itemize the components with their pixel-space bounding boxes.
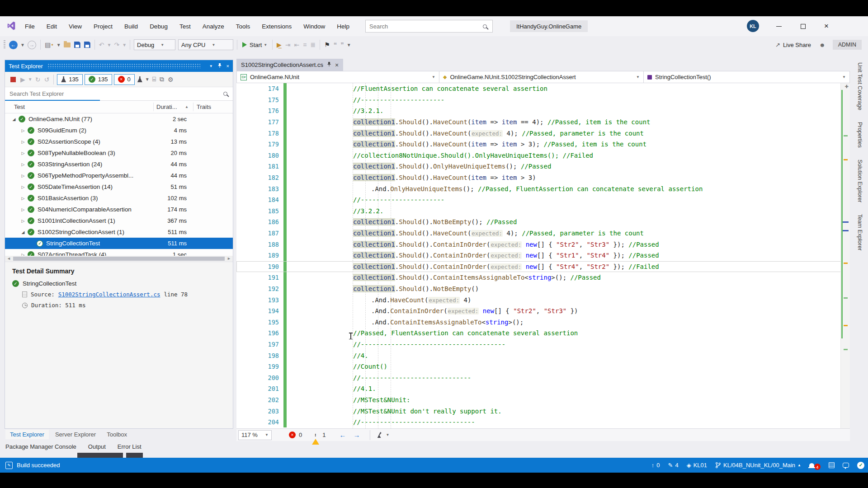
collapse-icon[interactable]: ◢ xyxy=(20,230,26,235)
failed-tests-filter[interactable]: ×0 xyxy=(114,74,135,85)
menu-view[interactable]: View xyxy=(63,23,88,30)
toolbar-options-dropdown[interactable]: ▼ xyxy=(347,42,351,47)
bookmark-icon[interactable]: ⚑ xyxy=(324,41,330,48)
solution-configuration-dropdown[interactable]: Debug▼ xyxy=(134,39,175,50)
pin-icon[interactable] xyxy=(217,63,222,69)
bottom-tab-package-manager-console[interactable]: Package Manager Console xyxy=(5,443,76,450)
menu-tools[interactable]: Tools xyxy=(230,23,256,30)
navigate-forward-icon[interactable]: → xyxy=(28,41,36,49)
code-line-184[interactable]: 184//---------------------- xyxy=(236,194,850,206)
warnings-icon[interactable] xyxy=(312,432,319,438)
playlist-icon[interactable] xyxy=(137,76,142,82)
code-line-202[interactable]: 202//MSTest&NUnit: xyxy=(236,394,850,406)
cancel-run-icon[interactable]: ↺ xyxy=(44,76,49,83)
code-line-192[interactable]: 192collection1.Should().NotBeEmpty() xyxy=(236,283,850,295)
code-editor[interactable]: 174//FluentAssertion can concatenate sev… xyxy=(236,83,850,429)
zoom-level-dropdown[interactable]: 117 %▼ xyxy=(238,430,272,440)
code-line-196[interactable]: 196//Passed, FluentAssertion can concate… xyxy=(236,328,850,339)
stop-tests-icon[interactable] xyxy=(10,77,16,82)
code-line-175[interactable]: 175//---------------------- xyxy=(236,94,850,106)
maximize-button[interactable] xyxy=(793,16,813,36)
expand-icon[interactable]: ▷ xyxy=(20,207,26,212)
playlist-dropdown[interactable]: ▼ xyxy=(145,77,150,82)
test-row-s1002stringcollectionassert[interactable]: ◢✓S1002StringCollectionAssert (1)511 ms xyxy=(5,226,233,238)
code-line-204[interactable]: 204//------------------------------ xyxy=(236,417,850,428)
notifications-bell[interactable]: 4 xyxy=(809,460,821,470)
live-share-icon[interactable]: ↗ xyxy=(775,42,780,48)
undo-icon[interactable]: ↶ xyxy=(99,41,104,48)
tab-s1002stringcollectionassert[interactable]: S1002StringCollectionAssert.cs × xyxy=(236,59,343,71)
code-line-174[interactable]: 174//FluentAssertion can concatenate sev… xyxy=(236,83,850,94)
comment-icon[interactable]: ❝ xyxy=(334,41,337,48)
tab-pin-icon[interactable] xyxy=(327,61,331,68)
test-search-icon[interactable] xyxy=(223,92,227,96)
code-line-200[interactable]: 200//----------------------------- xyxy=(236,372,850,383)
column-duration[interactable]: Durati... xyxy=(156,103,177,110)
warning-count[interactable]: 1 xyxy=(322,432,326,438)
test-row-s1001intcollectionassert[interactable]: ▷✓S1001IntCollectionAssert (1)367 ms xyxy=(5,215,233,226)
expand-icon[interactable]: ▷ xyxy=(20,253,26,256)
pending-edits[interactable]: ✎4 xyxy=(668,462,679,469)
tab-close-icon[interactable]: × xyxy=(335,61,339,69)
code-line-181[interactable]: 181collection1.Should().OnlyHaveUniqueIt… xyxy=(236,161,850,172)
menu-extensions[interactable]: Extensions xyxy=(256,23,297,30)
close-panel-icon[interactable]: × xyxy=(226,63,229,69)
menu-edit[interactable]: Edit xyxy=(41,23,63,30)
code-line-182[interactable]: 182collection1.Should().HaveCount(item =… xyxy=(236,172,850,183)
chat-icon[interactable] xyxy=(843,463,849,468)
feedback-icon[interactable]: ☻ xyxy=(819,42,826,48)
settings-gear-icon[interactable]: ⚙ xyxy=(168,76,174,83)
feedback-note-icon[interactable] xyxy=(829,462,835,468)
expand-icon[interactable]: ▷ xyxy=(20,140,26,144)
navigate-back-dropdown[interactable]: ▼ xyxy=(20,42,25,47)
start-debug-button[interactable]: Start ▼ xyxy=(242,42,267,48)
admin-button[interactable]: ADMIN xyxy=(833,40,862,50)
expand-icon[interactable]: ▷ xyxy=(20,162,26,167)
scroll-right-icon[interactable]: ► xyxy=(227,256,231,261)
menu-window[interactable]: Window xyxy=(297,23,331,30)
side-tab-team-explorer[interactable]: Team Explorer xyxy=(857,214,863,251)
test-search-input[interactable] xyxy=(5,90,223,97)
step-over-icon[interactable]: ⇥ xyxy=(285,41,291,48)
panel-tab-toolbox[interactable]: Toolbox xyxy=(102,430,132,439)
test-row-s08typenullableboolean[interactable]: ▷✓S08TypeNullableBoolean (3)20 ms xyxy=(5,147,233,159)
code-line-194[interactable]: 194.And.ContainInOrder(expected: new[] {… xyxy=(236,305,850,317)
scroll-left-icon[interactable]: ◄ xyxy=(7,256,11,261)
minimize-button[interactable] xyxy=(769,16,789,36)
member-dropdown[interactable]: StringCollectionTest() ▼ xyxy=(644,71,849,83)
test-row-s03stringassertion[interactable]: ▷✓S03StringAssertion (24)44 ms xyxy=(5,159,233,170)
expand-icon[interactable]: ▷ xyxy=(20,185,26,189)
code-line-186[interactable]: 186collection1.Should().NotBeEmpty(); //… xyxy=(236,216,850,228)
test-row-s07actionthreadtask[interactable]: ▷✓S07ActionThreadTask (4)1 sec xyxy=(5,249,233,256)
expand-icon[interactable]: ▷ xyxy=(20,219,26,223)
test-row-s05datetimeassertion[interactable]: ▷✓S05DateTimeAssertion (14)51 ms xyxy=(5,181,233,192)
source-file-link[interactable]: S1002StringCollectionAssert.cs xyxy=(58,291,160,298)
test-row-s09guidenum[interactable]: ▷✓S09GuidEnum (2)4 ms xyxy=(5,125,233,136)
live-share-label[interactable]: Live Share xyxy=(783,42,811,48)
code-cleanup-dropdown[interactable]: ▼ xyxy=(386,433,389,437)
run-tests-icon[interactable]: ▶ xyxy=(20,76,25,83)
step-into-icon[interactable]: ⇤ xyxy=(294,41,300,48)
outgoing-commits[interactable]: ↑0 xyxy=(651,462,660,469)
open-folder-icon[interactable] xyxy=(64,42,71,47)
repository-picker[interactable]: ◈KL01 xyxy=(687,462,707,469)
bottom-tab-output[interactable]: Output xyxy=(88,443,106,450)
menu-debug[interactable]: Debug xyxy=(144,23,174,30)
save-icon[interactable] xyxy=(74,42,80,48)
code-line-179[interactable]: 179collection1.Should().HaveCount(item =… xyxy=(236,139,850,150)
search-icon[interactable] xyxy=(483,24,487,28)
window-position-icon[interactable]: ▼ xyxy=(209,64,213,68)
test-row-s01basicassertion[interactable]: ▷✓S01BasicAssertion (3)102 ms xyxy=(5,192,233,204)
test-explorer-header[interactable]: Test Explorer ▼ × xyxy=(5,60,233,72)
test-row-onlinegame.nunit[interactable]: ◢✓OnlineGame.NUnit (77)2 sec xyxy=(5,113,233,125)
search-input[interactable] xyxy=(366,23,483,30)
type-dropdown[interactable]: ◆ OnlineGame.NUnit.S1002StringCollection… xyxy=(439,71,644,83)
column-traits[interactable]: Traits xyxy=(197,103,211,110)
code-line-190[interactable]: 190collection1.Should().ContainInOrder(e… xyxy=(236,261,850,272)
scrollbar-thumb[interactable] xyxy=(13,257,225,261)
code-line-201[interactable]: 201//4.1. xyxy=(236,383,850,394)
test-row-stringcollectiontest[interactable]: ✓StringCollectionTest511 ms xyxy=(5,238,233,249)
code-line-193[interactable]: 193.And.HaveCount(expected: 4) xyxy=(236,294,850,305)
new-project-dropdown[interactable]: ▼ xyxy=(57,42,61,47)
code-line-187[interactable]: 187collection1.Should().HaveCount(expect… xyxy=(236,228,850,239)
